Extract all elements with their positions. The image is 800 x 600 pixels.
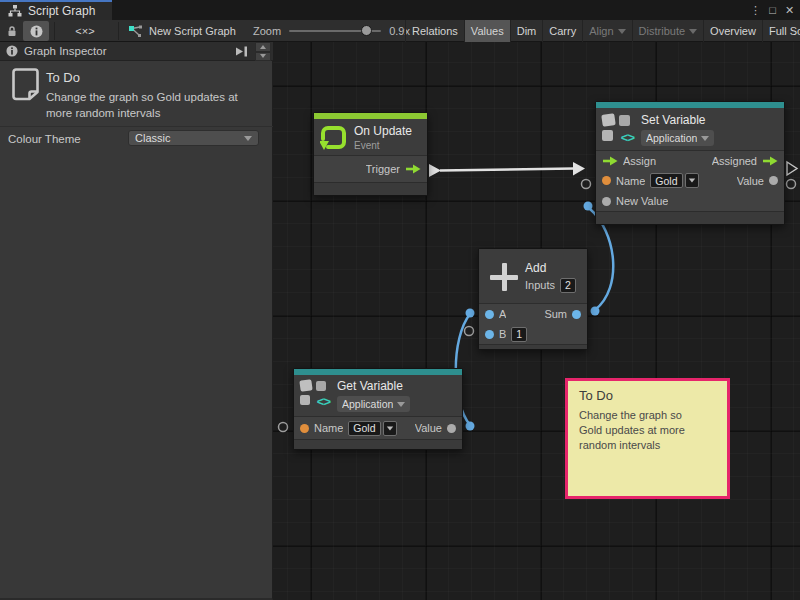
inspector-toggle-button[interactable] [23, 21, 49, 41]
graph-asset-icon [128, 25, 143, 38]
input-b-value-field[interactable]: 1 [511, 327, 527, 342]
name-port[interactable] [300, 424, 309, 433]
unconnected-port-circle[interactable] [465, 327, 474, 336]
tab-title: Script Graph [28, 4, 95, 18]
window-menu-icon[interactable]: ⋮ [747, 0, 764, 20]
node-on-update[interactable]: On Update Event Trigger [313, 112, 428, 196]
distribute-dropdown[interactable]: Distribute [632, 20, 703, 42]
variable-scope-dropdown[interactable]: Application [337, 396, 410, 412]
dock-panel-icon[interactable] [234, 45, 249, 58]
toolbar-separator [54, 22, 55, 40]
scroll-down-button[interactable] [255, 52, 271, 62]
unconnected-port-circle[interactable] [787, 180, 796, 189]
lock-icon [6, 25, 18, 37]
tab-script-graph[interactable]: Script Graph [0, 0, 112, 20]
inspector-title: Graph Inspector [24, 45, 106, 57]
code-view-button[interactable]: <×> [62, 21, 108, 41]
wire-endpoint-dot[interactable] [466, 422, 475, 431]
graph-canvas[interactable]: On Update Event Trigger [273, 42, 800, 600]
input-b-port[interactable] [485, 330, 494, 339]
colour-theme-label: Colour Theme [8, 133, 81, 145]
zoom-slider[interactable] [289, 30, 381, 32]
variable-icon: <> [300, 379, 330, 407]
node-get-variable[interactable]: <> Get Variable Application Name [293, 368, 463, 450]
variable-name-dropdown[interactable]: Gold [650, 173, 698, 188]
name-port[interactable] [602, 176, 611, 185]
sum-port[interactable] [572, 310, 581, 319]
port-a-label: A [499, 308, 506, 320]
chevron-down-icon [244, 136, 252, 141]
flow-arrow-icon[interactable] [405, 164, 421, 174]
overview-button[interactable]: Overview [703, 20, 762, 42]
info-icon [6, 45, 18, 57]
new-value-port[interactable] [602, 197, 611, 206]
chevron-down-icon [383, 421, 397, 436]
inputs-count-field[interactable]: 2 [560, 278, 576, 293]
inspector-note-title: To Do [46, 70, 80, 85]
variable-scope-dropdown[interactable]: Application [641, 130, 714, 146]
inspector-header: Graph Inspector [0, 42, 273, 61]
sticky-note-title: To Do [579, 388, 716, 403]
lock-button[interactable] [2, 21, 22, 41]
port-assigned-label: Assigned [712, 155, 757, 167]
node-footer [294, 439, 462, 449]
toolbar-separator [118, 22, 119, 40]
port-assign-label: Assign [623, 155, 656, 167]
chevron-down-icon [685, 173, 699, 188]
value-port[interactable] [447, 424, 456, 433]
graph-name-button[interactable]: New Script Graph [128, 20, 236, 42]
variable-icon: <> [602, 113, 634, 143]
node-title: Get Variable [337, 379, 410, 393]
port-trigger-label: Trigger [366, 163, 400, 175]
maximize-icon[interactable]: □ [764, 0, 781, 20]
node-add[interactable]: Add Inputs 2 A Sum [478, 248, 588, 350]
fullscreen-button[interactable]: Full Screen [762, 20, 800, 42]
flow-arrow-icon[interactable] [602, 156, 618, 166]
variable-name-dropdown[interactable]: Gold [348, 421, 396, 436]
chevron-down-icon [618, 29, 626, 34]
toolbar-right-buttons: Relations Values Dim Carry Align Distrib… [405, 20, 800, 42]
scroll-up-button[interactable] [255, 42, 271, 52]
add-plus-icon [490, 263, 518, 291]
input-a-port[interactable] [485, 310, 494, 319]
sticky-note-text: Change the graph so Gold updates at more… [579, 408, 705, 453]
zoom-control: Zoom 0.9x [253, 20, 410, 42]
graph-name-label: New Script Graph [149, 25, 236, 37]
script-graph-tab-icon [8, 5, 22, 17]
wire-endpoint-dot[interactable] [466, 309, 475, 318]
port-value-label: Value [415, 422, 442, 434]
relations-button[interactable]: Relations [405, 20, 464, 42]
on-update-loop-icon [320, 124, 347, 151]
unity-script-graph-window: Script Graph ⋮ □ ✕ <×> [0, 0, 800, 600]
panel-scroll-spinner [255, 42, 271, 61]
inputs-label: Inputs [525, 279, 555, 291]
close-icon[interactable]: ✕ [781, 0, 798, 20]
info-icon [30, 25, 43, 38]
unconnected-port-circle[interactable] [582, 180, 591, 189]
align-dropdown[interactable]: Align [582, 20, 631, 42]
flow-wire-trigger-to-assign[interactable] [440, 169, 574, 171]
carry-button[interactable]: Carry [542, 20, 582, 42]
unconnected-port-circle[interactable] [279, 423, 288, 432]
value-port[interactable] [769, 176, 778, 185]
port-sum-label: Sum [544, 308, 567, 320]
node-set-variable[interactable]: <> Set Variable Application [595, 101, 785, 225]
triangle-up-icon [260, 45, 266, 49]
port-value-label: Value [737, 175, 764, 187]
unconnected-flow-triangle[interactable] [787, 162, 797, 175]
triangle-down-icon [260, 54, 266, 58]
dim-button[interactable]: Dim [510, 20, 543, 42]
graph-inspector-panel: Graph Inspector To Do Change the graph s… [0, 42, 273, 600]
colour-theme-dropdown[interactable]: Classic [128, 130, 259, 146]
wire-endpoint-dot[interactable] [591, 307, 600, 316]
flow-arrow-icon[interactable] [762, 156, 778, 166]
port-name-label: Name [616, 175, 645, 187]
wire-endpoint-dot[interactable] [584, 202, 593, 211]
flow-output-triangle[interactable] [429, 164, 441, 177]
node-title: Add [525, 261, 576, 275]
sticky-note[interactable]: To Do Change the graph so Gold updates a… [565, 378, 730, 499]
zoom-label: Zoom [253, 25, 281, 37]
zoom-slider-handle[interactable] [361, 25, 372, 36]
values-button[interactable]: Values [464, 20, 510, 42]
flow-input-arrowhead[interactable] [573, 162, 585, 176]
